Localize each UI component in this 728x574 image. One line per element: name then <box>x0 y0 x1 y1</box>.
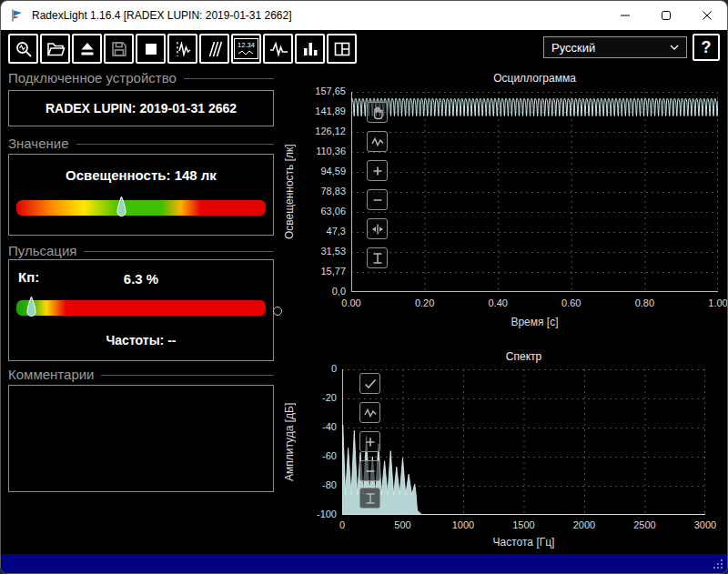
maximize-button[interactable] <box>645 1 686 30</box>
value-panel: Освещенность: 148 лк <box>8 154 274 236</box>
oscillogram-chart: Осциллограмма Освещенность [лк] Время [с… <box>276 68 725 341</box>
spectrum-plot[interactable] <box>342 369 705 515</box>
tick-label: 500 <box>383 519 423 530</box>
tick-label: -80 <box>276 479 337 490</box>
plus-icon <box>369 163 386 179</box>
tick-label: 31,53 <box>276 246 346 257</box>
illuminance-marker <box>116 196 126 220</box>
open-file-button[interactable] <box>40 34 70 64</box>
minimize-button[interactable] <box>604 1 645 30</box>
close-icon <box>702 10 713 21</box>
language-select[interactable]: Русский <box>543 36 687 58</box>
pulsation-scale-bar <box>16 300 266 316</box>
device-name: RADEX LUPIN: 2019-01-31 2662 <box>9 91 273 126</box>
maximize-icon <box>661 10 672 21</box>
close-button[interactable] <box>686 1 727 30</box>
stop-button[interactable] <box>136 34 166 64</box>
spectrum-autoscale-button[interactable] <box>359 402 380 423</box>
status-bar <box>1 554 727 573</box>
tick-label: 15,77 <box>276 266 346 277</box>
spectrum-title: Спектр <box>342 350 705 363</box>
comments-box <box>8 385 274 492</box>
minimize-icon <box>620 10 631 21</box>
eject-icon <box>77 39 97 59</box>
comments-section-header: Комментарии <box>8 367 274 382</box>
tick-label: 1000 <box>443 519 483 530</box>
save-button[interactable] <box>104 34 134 64</box>
hand-icon <box>369 105 386 121</box>
tick-label: 2000 <box>564 519 604 530</box>
fit-horizontal-button[interactable] <box>367 218 388 239</box>
tick-label: -20 <box>276 392 337 403</box>
autoscale-wave-icon <box>369 134 386 150</box>
autoscale-button[interactable] <box>367 131 388 152</box>
value-section-title: Значение <box>8 136 69 151</box>
tick-label: 157,65 <box>276 86 346 96</box>
fit-vertical-icon <box>369 250 386 267</box>
language-select-value: Русский <box>551 41 595 55</box>
tick-label: 0 <box>322 519 362 530</box>
spectrum-enable-button[interactable] <box>359 373 380 394</box>
spectrum-fit-vertical-button[interactable] <box>359 488 380 509</box>
app-window: RadexLight 1.16.4 [RADEX LUPIN: 2019-01-… <box>0 0 728 574</box>
tick-label: 63,06 <box>276 206 346 217</box>
layout-view-button[interactable] <box>327 34 357 64</box>
minus-icon <box>369 192 386 208</box>
autoscale-wave-icon <box>362 405 379 421</box>
chevron-down-icon <box>670 45 679 50</box>
pulsation-panel: Кп: 6.3 % Частоты: -- <box>8 259 274 361</box>
pan-tool-button[interactable] <box>367 102 388 123</box>
oscillogram-icon <box>268 39 288 59</box>
tick-label: 0.60 <box>551 297 592 308</box>
oscillogram-plot[interactable] <box>351 92 718 292</box>
oscillogram-view-button[interactable] <box>263 34 293 64</box>
spectrum-chart: Спектр Амплитуда [дБ] Частота [Гц] 0-20-… <box>276 345 725 552</box>
zoom-out-button[interactable] <box>367 189 388 210</box>
frequencies-value: Частоты: -- <box>9 333 273 347</box>
help-label: ? <box>702 38 712 57</box>
numeric-display-button[interactable]: 12.34 <box>231 34 261 64</box>
spectrum-ylabel: Амплитуда [дБ] <box>281 369 298 515</box>
spectrum-zoom-in-button[interactable] <box>359 431 380 452</box>
stop-icon <box>141 39 161 59</box>
tick-label: 1500 <box>504 519 544 530</box>
tick-label: 78,83 <box>276 186 346 196</box>
value-section-header: Значение <box>8 136 274 151</box>
spectrum-zoom-out-button[interactable] <box>359 460 380 481</box>
tick-label: 94,59 <box>276 166 346 176</box>
tick-label: 2500 <box>625 519 665 530</box>
oscillogram-xlabel: Время [с] <box>351 316 718 328</box>
search-device-icon <box>14 39 34 59</box>
zoom-in-button[interactable] <box>367 160 388 181</box>
fit-horizontal-icon <box>369 221 386 237</box>
toolbar: 12.34 <box>8 34 357 64</box>
tick-label: 0.80 <box>624 297 664 308</box>
comments-input[interactable] <box>9 386 273 491</box>
tick-label: 0.20 <box>405 297 445 308</box>
checkmark-icon <box>362 376 379 392</box>
layout-icon <box>332 39 352 59</box>
tick-label: 3000 <box>685 519 725 530</box>
eject-device-button[interactable] <box>72 34 102 64</box>
continuous-measurement-icon <box>205 39 225 59</box>
app-icon <box>10 8 25 23</box>
search-device-button[interactable] <box>8 34 38 64</box>
spectrum-view-button[interactable] <box>295 34 325 64</box>
kp-value: 6.3 % <box>9 271 273 287</box>
tick-label: 1.00 <box>698 297 728 308</box>
resize-grip[interactable] <box>712 558 723 569</box>
save-icon <box>109 39 129 59</box>
tick-label: 0 <box>276 363 337 374</box>
fit-vertical-button[interactable] <box>367 247 388 268</box>
pulsation-marker <box>26 296 36 320</box>
pulsation-section-header: Пульсация <box>8 243 274 258</box>
numeric-display-icon: 12.34 <box>234 38 258 59</box>
minus-icon <box>362 463 379 479</box>
help-button[interactable]: ? <box>693 34 720 61</box>
single-measurement-button[interactable] <box>167 34 197 64</box>
tick-label: -40 <box>276 421 337 432</box>
tick-label: 0.00 <box>331 297 371 308</box>
tick-label: 0,0 <box>276 286 346 297</box>
tick-label: 0.40 <box>478 297 518 308</box>
continuous-measurement-button[interactable] <box>199 34 229 64</box>
